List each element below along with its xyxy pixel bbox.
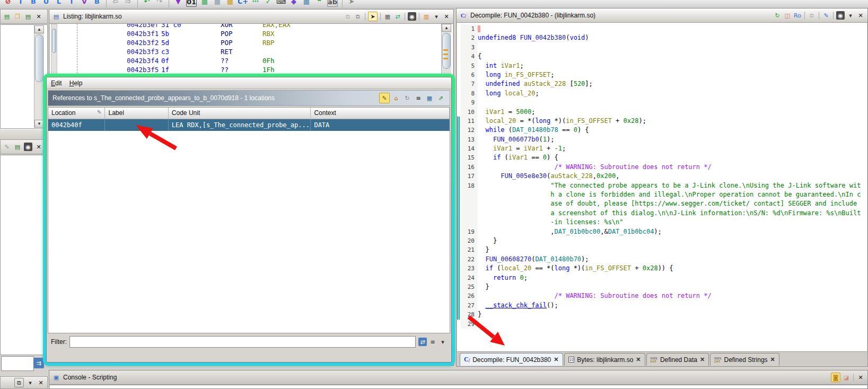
code-line[interactable]: 15 if (iVar1 == 0) { xyxy=(457,153,867,162)
code-line[interactable]: 19 ,DAT_01b0bc00,&DAT_01b0bc04); xyxy=(457,227,867,236)
letter-b2-icon[interactable]: B xyxy=(92,0,102,6)
code-line[interactable]: 25 } xyxy=(457,282,867,291)
listing-row[interactable]: 0042b3f51f??1Fh xyxy=(50,65,440,74)
copy-icon[interactable]: ⧉ xyxy=(344,12,352,21)
code-line[interactable]: 14 iVar1 = iVar1 + -1; xyxy=(457,144,867,153)
snapshot-camera-icon[interactable]: ◉ xyxy=(836,11,845,20)
open-folder-icon[interactable]: ❒ xyxy=(13,12,22,21)
edit-reference-icon[interactable]: ✎ xyxy=(379,93,390,103)
chevron-down-icon[interactable]: V xyxy=(80,0,89,6)
code-line[interactable]: 6 long in_FS_OFFSET; xyxy=(457,70,867,79)
code-line[interactable]: 4{ xyxy=(457,52,867,61)
checkin-icon[interactable]: ▤ xyxy=(13,143,22,151)
close-icon[interactable]: ✕ xyxy=(37,378,45,387)
code-line[interactable]: 20 } xyxy=(457,236,867,245)
snapshot-camera-icon[interactable]: ◉ xyxy=(24,143,32,151)
listing-row[interactable]: 0042b3f40f??0Fh xyxy=(50,56,440,65)
tab-defined-data[interactable]: 0101DATDefined Data✕ xyxy=(646,353,709,366)
code-line[interactable]: -in licenses: %s\n" xyxy=(457,218,867,227)
nav-back-icon[interactable]: ⇦ xyxy=(111,0,120,6)
code-plus-icon[interactable]: C+ xyxy=(238,0,248,6)
code-line[interactable]: 22 FUN_00608270(DAT_01480b70); xyxy=(457,255,867,264)
code-line[interactable]: 16 /* WARNING: Subroutine does not retur… xyxy=(457,163,867,172)
dropdown-icon[interactable]: ▾ xyxy=(26,378,34,387)
tab-close-icon[interactable]: ✕ xyxy=(554,356,558,363)
table-icon[interactable]: ▦ xyxy=(213,0,222,6)
menu-item-edit[interactable]: Edit xyxy=(51,79,62,87)
edit-pencil-icon[interactable]: ✎ xyxy=(822,11,830,20)
close-icon[interactable]: ✕ xyxy=(34,12,43,21)
redo-icon[interactable]: ↷ xyxy=(155,0,164,6)
tab-close-icon[interactable]: ✕ xyxy=(636,356,641,363)
nav-forward-icon[interactable]: ⇨ xyxy=(124,0,133,6)
tab-close-icon[interactable]: ✕ xyxy=(770,356,775,363)
code-line[interactable]: 29 xyxy=(457,320,867,329)
scrollbar-thumb[interactable] xyxy=(442,33,451,69)
code-line[interactable]: h a clone is forbidden and illegal.\nPro… xyxy=(457,190,867,199)
close-icon[interactable]: ✕ xyxy=(442,12,451,21)
diff-icon[interactable]: ⇄ xyxy=(393,12,402,21)
copy-icon[interactable]: ⧉ xyxy=(808,11,816,20)
cursor-tool-icon[interactable]: ➤ xyxy=(347,0,356,6)
code-line[interactable]: 21 } xyxy=(457,245,867,254)
scroll-up-icon[interactable]: ▲ xyxy=(34,25,44,33)
filter-options-icon[interactable]: ≡ xyxy=(428,338,437,346)
splitter[interactable] xyxy=(0,129,48,140)
code-line[interactable]: 17 FUN_005e8e30(auStack_228,0x200, xyxy=(457,172,867,181)
filter-input[interactable] xyxy=(69,336,416,348)
code-line[interactable]: 1 xyxy=(457,24,867,33)
code-line[interactable]: 9 xyxy=(457,98,867,107)
forbidden-icon[interactable]: ⊘ xyxy=(3,0,13,6)
code-line[interactable]: 18 "The connected probe appears to be a … xyxy=(457,181,867,190)
checkin-icon[interactable]: ▤ xyxy=(24,12,32,21)
abc-icon[interactable]: ab xyxy=(327,0,338,7)
go-pages-icon[interactable]: ⇉ xyxy=(33,358,44,368)
edit-pencil-icon[interactable]: ✎ xyxy=(3,143,11,151)
code-line[interactable]: 12 while (DAT_01480b78 == 0) { xyxy=(457,126,867,135)
code-line[interactable]: 10 iVar1 = 5000; xyxy=(457,108,867,117)
listing-row[interactable]: 0042b3f15bPOPRBX xyxy=(50,29,440,38)
tab-bytes[interactable]: 10Bytes: libjlinkarm.so✕ xyxy=(564,353,645,366)
column-header-code-unit[interactable]: Code Unit xyxy=(169,108,311,119)
new-item-icon[interactable]: ▤ xyxy=(3,12,11,21)
filter-go-icon[interactable]: ⇄ xyxy=(418,338,427,346)
dropdown-icon[interactable]: ▾ xyxy=(439,338,447,346)
eraser-icon[interactable]: ◪ xyxy=(842,373,851,382)
close-icon[interactable]: ✕ xyxy=(34,143,43,151)
gold-table-icon[interactable]: ▦ xyxy=(225,0,235,6)
rename-ro-icon[interactable]: Ro xyxy=(793,11,802,20)
decompile-code[interactable]: 12undefined8 FUN_0042b380(void)34{5 int … xyxy=(457,23,867,352)
fields-icon[interactable]: ▦ xyxy=(383,12,392,21)
diamond-icon[interactable]: ◆ xyxy=(289,0,299,6)
code-line[interactable]: 28} xyxy=(457,310,867,319)
code-line[interactable]: a screenshot of this dialog.\n\nJ-Link i… xyxy=(457,209,867,218)
close-icon[interactable]: ✕ xyxy=(856,11,865,20)
home-icon[interactable]: ⌂ xyxy=(391,93,401,103)
listing-row[interactable]: 0042b3f3c3RET xyxy=(50,47,440,56)
dropdown-icon[interactable]: ▾ xyxy=(432,12,441,21)
code-line[interactable]: 27 __stack_chk_fail(); xyxy=(457,301,867,310)
table-empty-area[interactable] xyxy=(48,131,450,333)
listing-options-icon[interactable]: ▥ xyxy=(422,12,431,21)
code-line[interactable]: 8 long local_20; xyxy=(457,89,867,98)
console-output[interactable] xyxy=(50,385,867,388)
table-icon[interactable]: ▦ xyxy=(425,93,434,103)
code-line[interactable]: 26 /* WARNING: Subroutine does not retur… xyxy=(457,291,867,300)
code-line[interactable]: 2undefined8 FUN_0042b380(void) xyxy=(457,33,867,42)
code-line[interactable]: 13 FUN_006077b0(1); xyxy=(457,135,867,144)
code-line[interactable]: 5 int iVar1; xyxy=(457,61,867,70)
letter-i-icon[interactable]: I xyxy=(16,0,25,6)
tab-close-icon[interactable]: ✕ xyxy=(700,356,705,363)
letter-u-icon[interactable]: U xyxy=(41,0,51,6)
paste-icon[interactable]: ⧉ xyxy=(354,12,362,21)
code-line[interactable]: ase of doubt, please [https://www.segger… xyxy=(457,199,867,208)
chat-icon[interactable]: ❝ xyxy=(314,0,324,6)
undo-icon[interactable]: ↶ xyxy=(142,0,152,6)
letter-t-icon[interactable]: T xyxy=(67,0,76,6)
binary-icon[interactable]: 01 xyxy=(186,0,197,7)
dots-icon[interactable]: ⋯ xyxy=(251,0,260,6)
callgraph-icon[interactable]: ◫ xyxy=(783,11,792,20)
close-icon[interactable]: ✕ xyxy=(856,373,865,382)
keyboard-icon[interactable]: ⌨ xyxy=(276,0,286,6)
code-line[interactable]: 7 undefined auStack_228 [520]; xyxy=(457,79,867,89)
